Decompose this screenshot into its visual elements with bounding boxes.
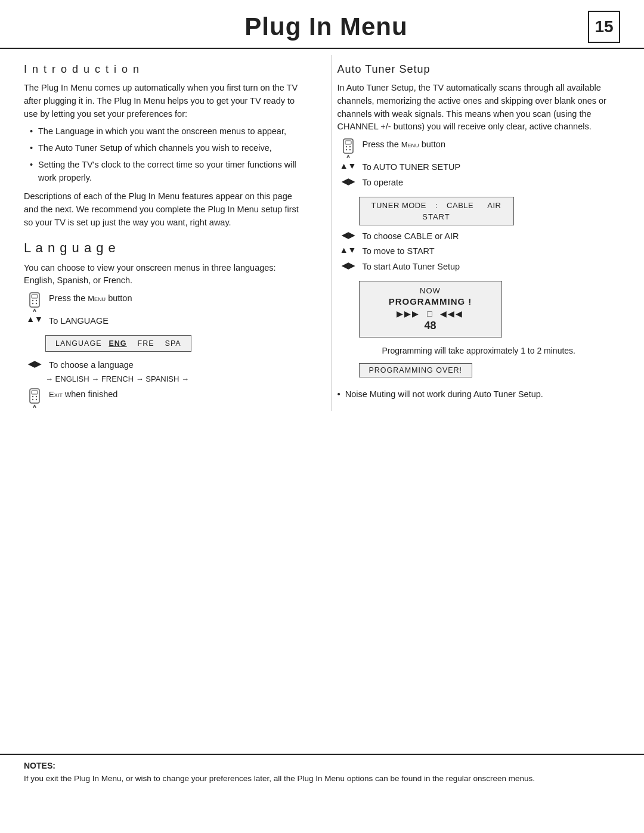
tuner-mode-label: TUNER MODE: [371, 201, 426, 210]
left-column: I n t r o d u c t i o n The Plug In Menu…: [24, 55, 313, 411]
lang-spa: SPA: [165, 339, 181, 348]
exit-step-text: Exit when finished: [49, 388, 307, 401]
remote-svg-3: [340, 138, 357, 159]
after-tuner-step-1-text: To choose CABLE or AIR: [363, 230, 621, 243]
prog-number: 48: [371, 320, 490, 332]
tuner-step-3: ◀▶ To operate: [338, 176, 621, 190]
remote-svg-2: [26, 388, 43, 408]
bullet-item-3: Setting the TV's clock to the correct ti…: [30, 159, 307, 185]
svg-rect-0: [30, 293, 39, 307]
svg-point-13: [36, 398, 37, 400]
programming-over-box: PROGRAMMING OVER!: [359, 363, 473, 377]
language-step-3-text: To choose a language: [49, 359, 307, 372]
auto-tuner-para: In Auto Tuner Setup, the TV automaticall…: [338, 82, 621, 134]
svg-point-21: [349, 149, 350, 150]
language-options: ENG FRE SPA: [109, 339, 181, 348]
tuner-step-2-text: To AUTO TUNER SETUP: [363, 161, 621, 174]
after-tuner-step-1: ◀▶ To choose CABLE or AIR: [338, 230, 621, 243]
tuner-step-3-text: To operate: [363, 176, 621, 190]
bullet-item-1: The Language in which you want the onscr…: [30, 125, 307, 138]
prog-dots: ▶▶▶ □ ◀◀◀: [371, 309, 490, 318]
programming-caption: Programming will take approximately 1 to…: [338, 345, 621, 357]
svg-point-10: [32, 395, 33, 397]
language-screen-content: LANGUAGE ENG FRE SPA: [55, 339, 181, 348]
prog-main-text: PROGRAMMING !: [371, 296, 490, 306]
language-screen-label: LANGUAGE: [55, 339, 101, 348]
arrow-leftright-icon-2: ◀▶: [338, 176, 359, 186]
after-tuner-step-3: ◀▶ To start Auto Tuner Setup: [338, 261, 621, 274]
bullet-item-2: The Auto Tuner Setup of which channels y…: [30, 142, 307, 155]
noise-muting-row: • Noise Muting will not work during Auto…: [338, 388, 621, 401]
arrow-updown-icon-3: ▲▼: [338, 245, 359, 255]
bullet-noise: •: [338, 389, 340, 399]
language-cycle-diagram: → ENGLISH → FRENCH → SPANISH →: [45, 374, 307, 383]
svg-point-3: [36, 300, 37, 301]
svg-point-2: [32, 300, 33, 301]
arrow-leftright-icon-4: ◀▶: [338, 261, 359, 270]
programming-screen: NOW PROGRAMMING ! ▶▶▶ □ ◀◀◀ 48: [359, 281, 502, 337]
svg-point-5: [36, 303, 37, 304]
tuner-step-2: ▲▼ To AUTO TUNER SETUP: [338, 161, 621, 174]
svg-line-15: [35, 405, 36, 408]
svg-point-20: [345, 149, 346, 150]
remote-icon-2: [24, 388, 45, 408]
svg-rect-1: [32, 295, 38, 298]
intro-para-2: Descriptions of each of the Plug In Menu…: [24, 190, 307, 229]
tuner-colon: :: [435, 201, 438, 210]
tuner-screen-row1: TUNER MODE : CABLE AIR: [371, 201, 501, 210]
language-exit-step: Exit when finished: [24, 388, 307, 408]
tuner-screen-box: TUNER MODE : CABLE AIR START: [359, 197, 514, 225]
svg-point-12: [32, 398, 33, 400]
svg-rect-17: [345, 141, 351, 144]
tuner-step-1-text: Press the Menu button: [363, 138, 621, 151]
language-section: L a n g u a g e You can choose to view y…: [24, 240, 307, 408]
arrow-leftright-icon-1: ◀▶: [24, 359, 45, 368]
language-para: You can choose to view your onscreen men…: [24, 262, 307, 288]
remote-icon-1: [24, 292, 45, 312]
svg-point-18: [345, 146, 346, 147]
tuner-screen-row2: START: [371, 212, 501, 221]
svg-line-23: [348, 155, 349, 158]
arrow-leftright-icon-3: ◀▶: [338, 230, 359, 240]
svg-point-19: [349, 146, 350, 147]
tuner-start: START: [422, 212, 450, 221]
intro-para-1: The Plug In Menu comes up automatically …: [24, 82, 307, 120]
arrow-updown-icon-2: ▲▼: [338, 161, 359, 171]
arrow-updown-icon-1: ▲▼: [24, 315, 45, 323]
language-step-3: ◀▶ To choose a language: [24, 359, 307, 372]
right-column: Auto Tuner Setup In Auto Tuner Setup, th…: [331, 55, 621, 411]
language-step-1-text: Press the Menu button: [49, 292, 307, 305]
remote-icon-3: [338, 138, 359, 159]
svg-rect-8: [30, 389, 39, 403]
auto-tuner-section: Auto Tuner Setup In Auto Tuner Setup, th…: [338, 63, 621, 401]
language-step-1: Press the Menu button: [24, 292, 307, 312]
svg-rect-9: [32, 391, 38, 394]
svg-point-11: [36, 395, 37, 397]
after-tuner-step-3-text: To start Auto Tuner Setup: [363, 261, 621, 274]
after-tuner-step-2: ▲▼ To move to START: [338, 245, 621, 258]
lang-eng: ENG: [109, 339, 126, 348]
lang-cycle-text: → ENGLISH → FRENCH → SPANISH →: [45, 374, 189, 383]
noise-muting-text: Noise Muting will not work during Auto T…: [345, 388, 543, 401]
svg-line-7: [35, 309, 36, 312]
language-title: L a n g u a g e: [24, 240, 307, 256]
main-content: I n t r o d u c t i o n The Plug In Menu…: [0, 55, 644, 411]
auto-tuner-title: Auto Tuner Setup: [338, 63, 621, 76]
page-header: Plug In Menu 15: [0, 0, 644, 49]
page-number: 15: [588, 11, 620, 43]
notes-label: NOTES:: [24, 761, 620, 770]
language-screen-box: LANGUAGE ENG FRE SPA: [45, 335, 191, 352]
tuner-cable: CABLE: [447, 201, 473, 210]
page-title: Plug In Menu: [24, 13, 581, 41]
introduction-title: I n t r o d u c t i o n: [24, 63, 307, 76]
svg-rect-16: [343, 139, 353, 153]
tuner-air: AIR: [487, 201, 501, 210]
lang-fre: FRE: [138, 339, 154, 348]
tuner-step-1: Press the Menu button: [338, 138, 621, 159]
after-tuner-step-2-text: To move to START: [363, 245, 621, 258]
notes-section: NOTES: If you exit the Plug In Menu, or …: [0, 754, 644, 794]
prog-now-text: NOW: [371, 286, 490, 295]
language-step-2: ▲▼ To LANGUAGE: [24, 315, 307, 328]
language-step-2-text: To LANGUAGE: [49, 315, 307, 328]
notes-text: If you exit the Plug In Menu, or wish to…: [24, 773, 620, 785]
